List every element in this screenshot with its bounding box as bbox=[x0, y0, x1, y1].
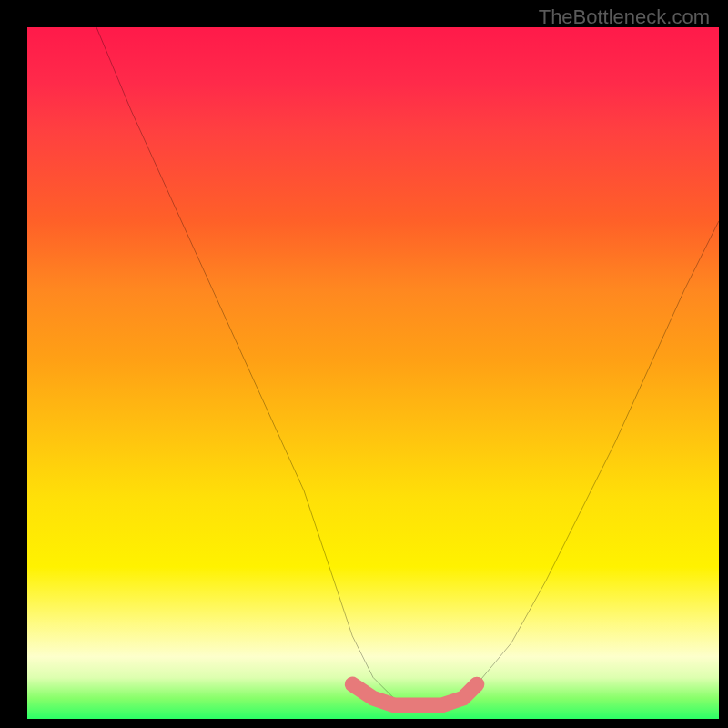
watermark-text: TheBottleneck.com bbox=[539, 5, 710, 29]
chart-plot-area bbox=[27, 27, 719, 719]
optimal-range-band bbox=[352, 684, 477, 705]
chart-svg bbox=[27, 27, 719, 719]
bottleneck-curve bbox=[96, 27, 719, 705]
